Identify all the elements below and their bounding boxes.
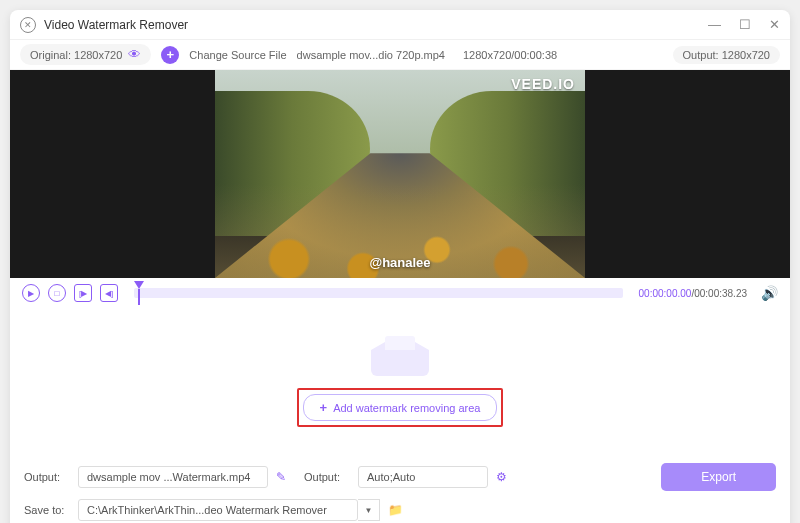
- output-row: Output: dwsample mov ...Watermark.mp4 ✎ …: [24, 463, 776, 491]
- video-frame: VEED.IO @hanalee: [215, 70, 585, 278]
- edit-output-icon[interactable]: ✎: [276, 470, 286, 484]
- change-source-link[interactable]: Change Source File: [189, 49, 286, 61]
- export-button[interactable]: Export: [661, 463, 776, 491]
- play-button[interactable]: ▶: [22, 284, 40, 302]
- highlight-box: + Add watermark removing area: [297, 388, 504, 427]
- output-format-label: Output:: [304, 471, 350, 483]
- settings-icon[interactable]: ⚙: [496, 470, 507, 484]
- playhead[interactable]: [134, 281, 144, 305]
- open-folder-icon[interactable]: 📁: [388, 503, 403, 517]
- app-title: Video Watermark Remover: [44, 18, 708, 32]
- app-icon: ✕: [20, 17, 36, 33]
- close-button[interactable]: ✕: [769, 17, 780, 32]
- output-resolution-pill: Output: 1280x720: [673, 46, 780, 64]
- output-file-field[interactable]: dwsample mov ...Watermark.mp4: [78, 466, 268, 488]
- player-controls: ▶ □ [▶ ◀] 00:00:00.00/00:00:38.23 🔊: [10, 278, 790, 308]
- file-info: dwsample mov...dio 720p.mp4 1280x720/00:…: [297, 49, 663, 61]
- add-source-icon[interactable]: +: [161, 46, 179, 64]
- output-resolution-label: Output: 1280x720: [683, 49, 770, 61]
- minimize-button[interactable]: —: [708, 17, 721, 32]
- watermark-area-panel: + Add watermark removing area: [10, 308, 790, 455]
- add-watermark-area-button[interactable]: + Add watermark removing area: [303, 394, 498, 421]
- mark-in-button[interactable]: [▶: [74, 284, 92, 302]
- mark-out-button[interactable]: ◀]: [100, 284, 118, 302]
- timecode: 00:00:00.00/00:00:38.23: [639, 288, 747, 299]
- video-preview[interactable]: VEED.IO @hanalee: [10, 70, 790, 278]
- watermark-handle: @hanalee: [369, 255, 430, 270]
- window-controls: — ☐ ✕: [708, 17, 780, 32]
- inbox-icon: [371, 336, 429, 376]
- save-path-group: C:\ArkThinker\ArkThin...deo Watermark Re…: [78, 499, 380, 521]
- stop-button[interactable]: □: [48, 284, 66, 302]
- resolution-duration-label: 1280x720/00:00:38: [463, 49, 557, 61]
- bottom-panel: Output: dwsample mov ...Watermark.mp4 ✎ …: [10, 455, 790, 523]
- save-row: Save to: C:\ArkThinker\ArkThin...deo Wat…: [24, 499, 776, 521]
- timeline-track[interactable]: [134, 288, 623, 298]
- original-resolution-pill: Original: 1280x720 👁: [20, 44, 151, 65]
- save-to-label: Save to:: [24, 504, 70, 516]
- watermark-logo: VEED.IO: [511, 76, 575, 92]
- maximize-button[interactable]: ☐: [739, 17, 751, 32]
- current-time: 00:00:00.00: [639, 288, 692, 299]
- original-resolution-label: Original: 1280x720: [30, 49, 122, 61]
- save-path-dropdown[interactable]: ▼: [358, 499, 380, 521]
- add-watermark-area-label: Add watermark removing area: [333, 402, 480, 414]
- topbar: Original: 1280x720 👁 + Change Source Fil…: [10, 40, 790, 70]
- titlebar: ✕ Video Watermark Remover — ☐ ✕: [10, 10, 790, 40]
- output-file-label: Output:: [24, 471, 70, 483]
- output-format-field[interactable]: Auto;Auto: [358, 466, 488, 488]
- preview-toggle-icon[interactable]: 👁: [128, 47, 141, 62]
- volume-icon[interactable]: 🔊: [761, 285, 778, 301]
- filename-label: dwsample mov...dio 720p.mp4: [297, 49, 445, 61]
- app-window: ✕ Video Watermark Remover — ☐ ✕ Original…: [10, 10, 790, 523]
- plus-icon: +: [320, 400, 328, 415]
- total-time: 00:00:38.23: [694, 288, 747, 299]
- save-path-field[interactable]: C:\ArkThinker\ArkThin...deo Watermark Re…: [78, 499, 358, 521]
